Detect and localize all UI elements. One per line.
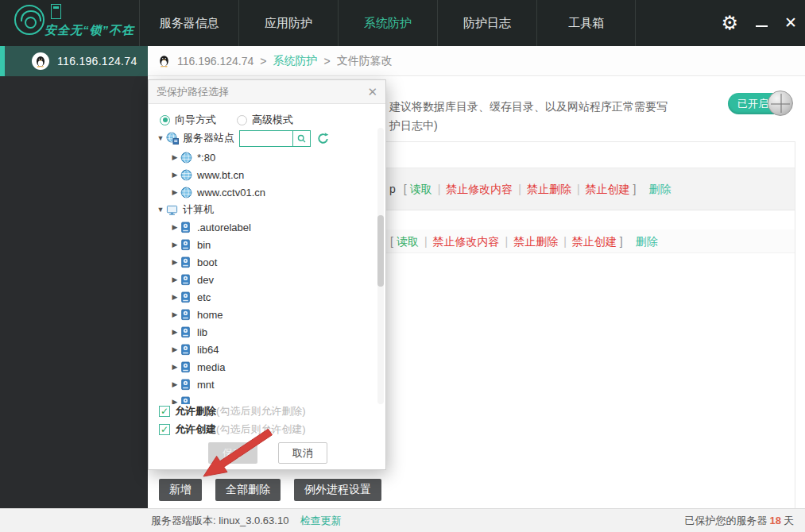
path-tree: ▼服务器站点▶*:80▶www.bt.cn▶www.cctv01.cn▼计算机▶… [149, 128, 385, 404]
action-deny-link[interactable]: 禁止创建 [586, 183, 630, 195]
check-update-link[interactable]: 检查更新 [300, 514, 341, 528]
tree-item-autorelabel[interactable]: ▶.autorelabel [149, 218, 385, 236]
tree-item-partial[interactable]: ▶ [149, 393, 385, 404]
tree-item-mnt[interactable]: ▶mnt [149, 376, 385, 393]
caret-right-icon[interactable]: ▶ [169, 276, 180, 283]
server-version: 服务器端版本: linux_3.0.63.10 [151, 514, 288, 528]
checkbox-allow-create-hint: (勾选后则允许创建) [216, 422, 306, 437]
exception-process-button[interactable]: 例外进程设置 [294, 479, 381, 501]
tree-item-bin[interactable]: ▶bin [149, 236, 385, 253]
search-icon[interactable] [293, 130, 311, 147]
checkbox-allow-create-icon[interactable]: ✓ [159, 424, 170, 435]
action-deny-link[interactable]: 禁止删除 [527, 183, 571, 195]
tree-item-media[interactable]: ▶media [149, 358, 385, 376]
caret-down-icon[interactable]: ▼ [155, 206, 166, 214]
tree-item-server-sites[interactable]: ▼服务器站点 [149, 128, 385, 148]
radio-advanced-mode[interactable]: 高级模式 [237, 113, 293, 127]
bracket-open: [ [404, 183, 407, 195]
caret-right-icon[interactable]: ▶ [169, 171, 180, 179]
caret-right-icon[interactable]: ▶ [169, 258, 180, 266]
caret-right-icon[interactable]: ▶ [169, 241, 180, 249]
action-separator: | [518, 183, 521, 195]
checkbox-allow-delete-hint: (勾选后则允许删除) [216, 404, 306, 418]
tree-item-label: *:80 [197, 152, 215, 164]
checkbox-allow-delete-icon[interactable]: ✓ [159, 406, 170, 417]
bracket-open: [ [390, 235, 393, 248]
caret-right-icon[interactable]: ▶ [169, 328, 180, 336]
tree-item-label: lib [197, 326, 207, 338]
tree-item-site-btcn[interactable]: ▶www.bt.cn [149, 166, 385, 183]
tree-item-label: media [197, 361, 225, 373]
breadcrumb-section[interactable]: 系统防护 [273, 54, 317, 68]
radio-wizard-mode-icon[interactable] [160, 115, 170, 125]
checkbox-allow-delete-label: 允许删除 [175, 404, 216, 418]
caret-right-icon[interactable]: ▶ [169, 363, 180, 371]
tree-item-lib64[interactable]: ▶lib64 [149, 341, 385, 358]
action-allow-link[interactable]: 读取 [410, 183, 432, 195]
safedog-logo-icon [14, 5, 45, 35]
tree-item-lib[interactable]: ▶lib [149, 323, 385, 341]
breadcrumb-page: 文件防篡改 [337, 54, 393, 68]
protection-toggle[interactable]: 已开启 [728, 93, 787, 114]
protected-path-dialog: 受保护路径选择 ✕ 向导方式高级模式 ▼服务器站点▶*:80▶www.bt.cn… [148, 79, 386, 470]
nav-item-protect-log[interactable]: 防护日志 [437, 0, 536, 46]
tree-item-home[interactable]: ▶home [149, 306, 385, 323]
row-delete-link[interactable]: 删除 [649, 183, 671, 195]
tree-item-dev[interactable]: ▶dev [149, 271, 385, 288]
caret-right-icon[interactable]: ▶ [169, 188, 180, 196]
tree-item-etc[interactable]: ▶etc [149, 288, 385, 306]
radio-wizard-mode[interactable]: 向导方式 [160, 113, 216, 127]
toggle-knob-icon[interactable] [768, 91, 793, 116]
caret-right-icon[interactable]: ▶ [169, 153, 180, 161]
caret-right-icon[interactable]: ▶ [169, 293, 180, 301]
tree-item-site-cctv01[interactable]: ▶www.cctv01.cn [149, 183, 385, 201]
minimize-button[interactable] [756, 0, 768, 46]
caret-right-icon[interactable]: ▶ [169, 223, 180, 231]
tree-item-site-80[interactable]: ▶*:80 [149, 148, 385, 166]
tree-scrollbar-thumb[interactable] [377, 215, 384, 287]
allow-create-checkbox-row[interactable]: ✓允许创建(勾选后则允许创建) [159, 422, 306, 437]
action-deny-link[interactable]: 禁止修改内容 [433, 235, 500, 248]
action-deny-link[interactable]: 禁止删除 [513, 235, 558, 248]
tree-search-input[interactable] [239, 130, 293, 147]
caret-right-icon[interactable]: ▶ [169, 345, 180, 353]
main-nav: 服务器信息应用防护系统防护防护日志工具箱 [139, 0, 636, 46]
delete-all-button[interactable]: 全部删除 [215, 479, 281, 501]
gear-icon[interactable]: ⚙ [721, 0, 738, 46]
dialog-close-icon[interactable]: ✕ [367, 85, 377, 99]
tree-item-label: etc [197, 291, 211, 303]
sidebar-item-server[interactable]: 116.196.124.74 [0, 46, 148, 76]
caret-right-icon[interactable]: ▶ [169, 380, 180, 388]
tree-item-label: bin [197, 239, 211, 251]
bracket-close: ] [620, 235, 623, 248]
selected-accent-bar [0, 46, 5, 76]
dialog-title: 受保护路径选择 [157, 85, 229, 99]
description-line1: 建议将数据库目录、缓存目录、以及网站程序正常需要写 [389, 100, 763, 114]
close-button[interactable]: ✕ [784, 0, 797, 46]
refresh-icon[interactable] [316, 132, 330, 145]
add-button[interactable]: 新增 [159, 479, 202, 501]
row-delete-link[interactable]: 删除 [636, 235, 658, 248]
server-sidebar: 116.196.124.74 [0, 46, 148, 508]
caret-right-icon[interactable]: ▶ [169, 310, 180, 318]
nav-item-app-protect[interactable]: 应用防护 [238, 0, 338, 46]
caret-right-icon[interactable]: ▶ [169, 398, 180, 404]
action-allow-link[interactable]: 读取 [397, 235, 419, 248]
logo-slogan: 安全无“锁”不在 [45, 23, 134, 38]
nav-item-sys-protect[interactable]: 系统防护 [338, 0, 437, 46]
title-bar: 安全无“锁”不在 服务器信息应用防护系统防护防护日志工具箱 ⚙ ✕ [0, 0, 805, 46]
tree-item-label: www.bt.cn [197, 169, 244, 181]
nav-item-server-info[interactable]: 服务器信息 [139, 0, 238, 46]
save-button[interactable]: 保存 [208, 442, 257, 464]
action-deny-link[interactable]: 禁止创建 [572, 235, 617, 248]
tree-item-computer[interactable]: ▼计算机 [149, 201, 385, 218]
dialog-buttons: 保存 取消 [149, 442, 387, 464]
radio-advanced-mode-icon[interactable] [237, 115, 247, 125]
tree-item-boot[interactable]: ▶boot [149, 253, 385, 271]
cancel-button[interactable]: 取消 [278, 442, 327, 464]
protected-suffix: 天 [784, 515, 794, 526]
nav-item-toolbox[interactable]: 工具箱 [536, 0, 636, 46]
action-deny-link[interactable]: 禁止修改内容 [446, 183, 513, 195]
allow-delete-checkbox-row[interactable]: ✓允许删除(勾选后则允许删除) [159, 404, 306, 418]
caret-down-icon[interactable]: ▼ [155, 134, 166, 142]
